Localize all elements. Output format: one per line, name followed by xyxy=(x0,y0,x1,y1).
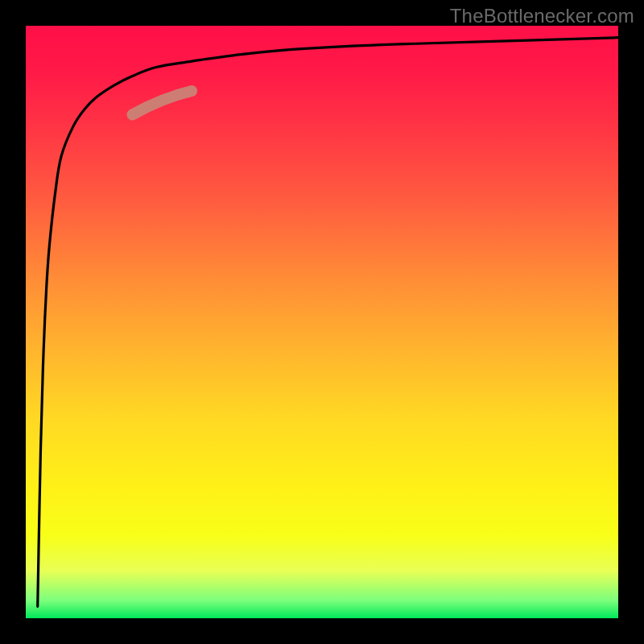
watermark-text: TheBottlenecker.com xyxy=(450,5,634,27)
plot-gradient-background xyxy=(26,26,618,618)
chart-container: TheBottlenecker.com xyxy=(0,0,644,644)
